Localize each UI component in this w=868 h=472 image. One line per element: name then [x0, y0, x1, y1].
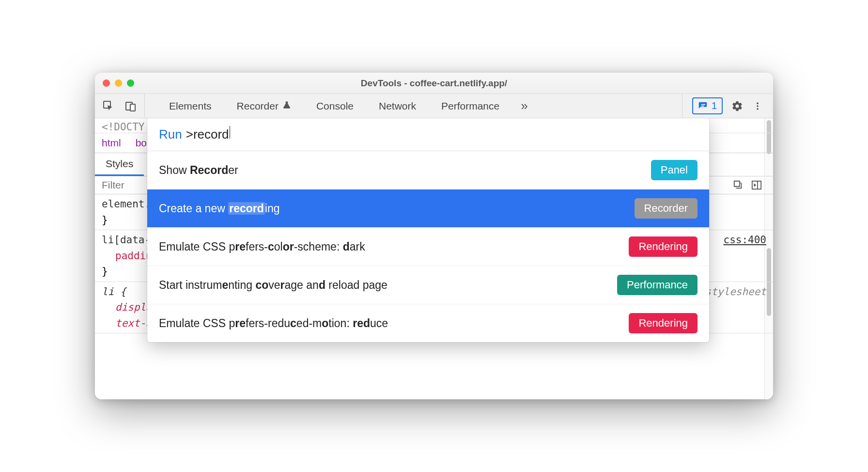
kebab-menu-icon[interactable] — [752, 100, 763, 112]
toolbar-left-group — [95, 94, 145, 118]
tab-label: Console — [316, 100, 354, 112]
panel-tabs: Elements Recorder Console Network Perfor… — [145, 94, 682, 118]
svg-rect-4 — [701, 106, 704, 107]
settings-gear-icon[interactable] — [731, 100, 743, 112]
device-toolbar-icon[interactable] — [125, 100, 137, 112]
tab-label: Network — [379, 100, 416, 112]
tab-performance[interactable]: Performance — [429, 94, 512, 118]
minimize-window-button[interactable] — [115, 79, 122, 87]
toolbar-right-group: 1 — [682, 94, 773, 118]
rule-source-link[interactable]: css:400 — [723, 232, 766, 248]
window-controls — [103, 79, 134, 87]
tab-console[interactable]: Console — [304, 94, 366, 118]
tab-label: Recorder — [237, 100, 279, 112]
command-query: >record — [186, 127, 229, 142]
command-result-item[interactable]: Start instrumenting coverage and reload … — [147, 266, 709, 304]
text-cursor — [230, 126, 231, 139]
styles-actions — [732, 179, 766, 191]
command-result-label: Start instrumenting coverage and reload … — [159, 279, 388, 292]
command-result-label: Emulate CSS prefers-reduced-motion: redu… — [159, 317, 388, 330]
result-badge-rendering: Rendering — [629, 236, 698, 257]
main-toolbar: Elements Recorder Console Network Perfor… — [95, 94, 773, 118]
close-window-button[interactable] — [103, 79, 110, 87]
svg-rect-2 — [130, 104, 135, 111]
command-prefix: Run — [159, 127, 182, 142]
more-tabs-button[interactable]: » — [512, 98, 536, 113]
result-badge-rendering: Rendering — [629, 313, 698, 333]
tab-network[interactable]: Network — [366, 94, 429, 118]
toggle-classes-icon[interactable] — [732, 179, 744, 191]
svg-point-6 — [757, 105, 759, 107]
svg-rect-8 — [752, 181, 761, 189]
experiment-flask-icon — [282, 100, 291, 112]
svg-rect-3 — [701, 104, 705, 105]
result-badge-performance: Performance — [617, 275, 698, 295]
command-result-item[interactable]: Emulate CSS prefers-reduced-motion: redu… — [147, 304, 709, 342]
result-badge-recorder: Recorder — [635, 198, 698, 219]
svg-marker-10 — [754, 183, 757, 187]
issues-icon — [698, 101, 708, 111]
tab-label: Performance — [441, 100, 499, 112]
command-result-item[interactable]: Emulate CSS prefers-color-scheme: dark R… — [147, 228, 709, 266]
window-title: DevTools - coffee-cart.netlify.app/ — [95, 78, 773, 89]
breadcrumb-item[interactable]: html — [102, 137, 121, 149]
content-pane: <!DOCTY html bod Styles — [95, 118, 773, 399]
computed-sidebar-toggle-icon[interactable] — [751, 179, 762, 191]
svg-point-5 — [757, 102, 759, 104]
issues-button[interactable]: 1 — [692, 97, 723, 114]
tab-recorder[interactable]: Recorder — [224, 94, 304, 118]
command-result-label: Create a new recording — [159, 202, 280, 215]
rule-property: paddin — [102, 250, 152, 262]
tab-label: Elements — [169, 100, 212, 112]
sub-tab-styles[interactable]: Styles — [95, 153, 144, 176]
inspect-element-icon[interactable] — [103, 100, 114, 112]
svg-point-7 — [757, 108, 759, 110]
command-result-item-selected[interactable]: Create a new recording Recorder — [147, 189, 709, 228]
tab-elements[interactable]: Elements — [156, 94, 224, 118]
result-badge-panel: Panel — [651, 160, 698, 180]
devtools-window: DevTools - coffee-cart.netlify.app/ Elem… — [95, 73, 773, 399]
command-result-label: Emulate CSS prefers-color-scheme: dark — [159, 240, 365, 253]
issues-count: 1 — [712, 100, 717, 111]
command-result-item[interactable]: Show Recorder Panel — [147, 151, 709, 189]
window-titlebar: DevTools - coffee-cart.netlify.app/ — [95, 73, 773, 94]
command-menu: Run >record Show Recorder Panel Create a… — [147, 118, 709, 342]
command-input[interactable]: Run >record — [147, 118, 709, 151]
fullscreen-window-button[interactable] — [127, 79, 134, 87]
command-result-label: Show Recorder — [159, 164, 238, 177]
rule-selector: li { — [102, 286, 126, 298]
